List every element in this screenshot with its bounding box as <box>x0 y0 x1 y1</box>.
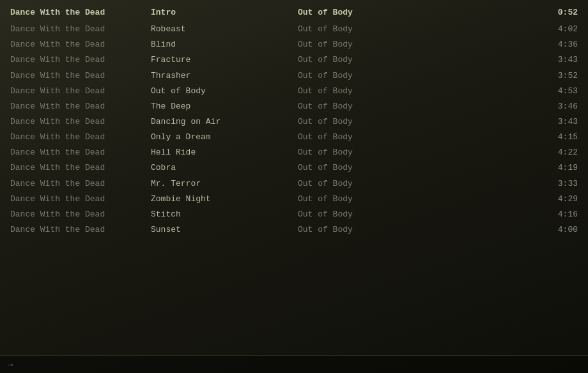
track-duration: 4:02 <box>438 23 578 36</box>
track-list: Dance With the Dead Intro Out of Body 0:… <box>0 0 588 243</box>
track-duration: 4:00 <box>438 224 578 236</box>
track-title: Cobra <box>151 162 298 174</box>
track-album: Out of Body <box>298 54 438 66</box>
track-title: Thrasher <box>151 70 298 82</box>
arrow-icon: → <box>8 360 13 370</box>
track-album: Out of Body <box>298 131 438 144</box>
track-row[interactable]: Dance With the DeadMr. TerrorOut of Body… <box>0 176 588 192</box>
track-duration: 4:16 <box>438 208 578 221</box>
track-duration: 4:29 <box>438 193 578 206</box>
track-title: Stitch <box>151 208 298 221</box>
track-title: Hell Ride <box>151 146 298 159</box>
track-artist: Dance With the Dead <box>10 131 151 144</box>
track-row[interactable]: Dance With the DeadDancing on AirOut of … <box>0 114 588 130</box>
track-row[interactable]: Dance With the DeadHell RideOut of Body4… <box>0 145 588 160</box>
track-row[interactable]: Dance With the DeadSunsetOut of Body4:00 <box>0 222 588 238</box>
track-artist: Dance With the Dead <box>10 116 151 128</box>
track-artist: Dance With the Dead <box>10 38 151 51</box>
track-duration: 4:22 <box>438 146 578 159</box>
track-artist: Dance With the Dead <box>10 146 151 159</box>
track-duration: 3:43 <box>438 116 578 128</box>
track-album: Out of Body <box>298 70 438 82</box>
track-title: Zombie Night <box>151 193 298 206</box>
track-artist: Dance With the Dead <box>10 100 151 113</box>
track-artist: Dance With the Dead <box>10 162 151 174</box>
track-title: Robeast <box>151 23 298 36</box>
track-list-header: Dance With the Dead Intro Out of Body 0:… <box>0 5 588 20</box>
track-album: Out of Body <box>298 38 438 51</box>
track-artist: Dance With the Dead <box>10 193 151 206</box>
track-artist: Dance With the Dead <box>10 224 151 236</box>
track-duration: 4:15 <box>438 131 578 144</box>
track-duration: 4:19 <box>438 162 578 174</box>
track-title: Dancing on Air <box>151 116 298 128</box>
track-album: Out of Body <box>298 178 438 190</box>
track-artist: Dance With the Dead <box>10 85 151 98</box>
track-row[interactable]: Dance With the DeadOut of BodyOut of Bod… <box>0 84 588 99</box>
track-row[interactable]: Dance With the DeadRobeastOut of Body4:0… <box>0 22 588 37</box>
track-duration: 3:43 <box>438 54 578 66</box>
track-row[interactable]: Dance With the DeadThrasherOut of Body3:… <box>0 68 588 84</box>
track-row[interactable]: Dance With the DeadZombie NightOut of Bo… <box>0 192 588 207</box>
header-album: Out of Body <box>298 6 438 19</box>
track-title: Sunset <box>151 224 298 236</box>
track-row[interactable]: Dance With the DeadOnly a DreamOut of Bo… <box>0 130 588 145</box>
track-artist: Dance With the Dead <box>10 178 151 190</box>
track-album: Out of Body <box>298 162 438 174</box>
bottom-bar: → <box>0 355 588 373</box>
track-title: Fracture <box>151 54 298 66</box>
track-album: Out of Body <box>298 85 438 98</box>
track-row[interactable]: Dance With the DeadStitchOut of Body4:16 <box>0 207 588 222</box>
header-title: Intro <box>151 6 298 19</box>
track-title: Out of Body <box>151 85 298 98</box>
track-title: Mr. Terror <box>151 178 298 190</box>
track-duration: 3:46 <box>438 100 578 113</box>
track-album: Out of Body <box>298 116 438 128</box>
track-row[interactable]: Dance With the DeadThe DeepOut of Body3:… <box>0 99 588 114</box>
track-artist: Dance With the Dead <box>10 208 151 221</box>
track-album: Out of Body <box>298 23 438 36</box>
track-row[interactable]: Dance With the DeadFractureOut of Body3:… <box>0 52 588 68</box>
track-artist: Dance With the Dead <box>10 23 151 36</box>
track-row[interactable]: Dance With the DeadCobraOut of Body4:19 <box>0 160 588 176</box>
track-album: Out of Body <box>298 146 438 159</box>
track-artist: Dance With the Dead <box>10 70 151 82</box>
track-artist: Dance With the Dead <box>10 54 151 66</box>
track-title: The Deep <box>151 100 298 113</box>
header-artist: Dance With the Dead <box>10 6 151 19</box>
track-duration: 3:52 <box>438 70 578 82</box>
track-duration: 4:53 <box>438 85 578 98</box>
track-album: Out of Body <box>298 193 438 206</box>
track-title: Blind <box>151 38 298 51</box>
header-duration: 0:52 <box>438 6 578 19</box>
track-album: Out of Body <box>298 224 438 236</box>
track-duration: 4:36 <box>438 38 578 51</box>
track-album: Out of Body <box>298 100 438 113</box>
track-title: Only a Dream <box>151 131 298 144</box>
track-album: Out of Body <box>298 208 438 221</box>
track-row[interactable]: Dance With the DeadBlindOut of Body4:36 <box>0 37 588 52</box>
track-duration: 3:33 <box>438 178 578 190</box>
